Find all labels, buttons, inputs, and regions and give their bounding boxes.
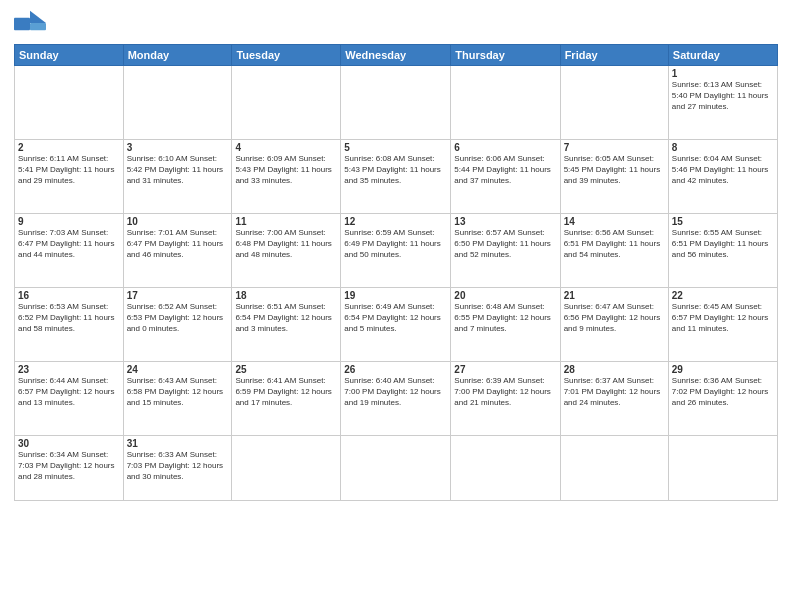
calendar-cell: 17Sunrise: 6:52 AM Sunset: 6:53 PM Dayli… [123, 288, 232, 362]
svg-rect-2 [30, 23, 46, 30]
calendar-cell [668, 436, 777, 501]
day-info: Sunrise: 6:55 AM Sunset: 6:51 PM Dayligh… [672, 228, 774, 260]
day-number: 10 [127, 216, 229, 227]
day-number: 2 [18, 142, 120, 153]
day-number: 20 [454, 290, 556, 301]
day-info: Sunrise: 6:11 AM Sunset: 5:41 PM Dayligh… [18, 154, 120, 186]
day-number: 8 [672, 142, 774, 153]
calendar-cell [15, 66, 124, 140]
calendar-cell: 18Sunrise: 6:51 AM Sunset: 6:54 PM Dayli… [232, 288, 341, 362]
day-info: Sunrise: 6:13 AM Sunset: 5:40 PM Dayligh… [672, 80, 774, 112]
calendar-cell: 30Sunrise: 6:34 AM Sunset: 7:03 PM Dayli… [15, 436, 124, 501]
day-info: Sunrise: 6:49 AM Sunset: 6:54 PM Dayligh… [344, 302, 447, 334]
calendar-cell: 2Sunrise: 6:11 AM Sunset: 5:41 PM Daylig… [15, 140, 124, 214]
day-number: 31 [127, 438, 229, 449]
day-number: 5 [344, 142, 447, 153]
calendar-cell: 9Sunrise: 7:03 AM Sunset: 6:47 PM Daylig… [15, 214, 124, 288]
day-number: 14 [564, 216, 665, 227]
weekday-header-sunday: Sunday [15, 45, 124, 66]
calendar-cell: 4Sunrise: 6:09 AM Sunset: 5:43 PM Daylig… [232, 140, 341, 214]
day-info: Sunrise: 6:43 AM Sunset: 6:58 PM Dayligh… [127, 376, 229, 408]
day-info: Sunrise: 6:45 AM Sunset: 6:57 PM Dayligh… [672, 302, 774, 334]
calendar-cell: 15Sunrise: 6:55 AM Sunset: 6:51 PM Dayli… [668, 214, 777, 288]
page: SundayMondayTuesdayWednesdayThursdayFrid… [0, 0, 792, 612]
day-number: 22 [672, 290, 774, 301]
calendar-cell: 10Sunrise: 7:01 AM Sunset: 6:47 PM Dayli… [123, 214, 232, 288]
calendar-cell [451, 66, 560, 140]
week-row-5: 23Sunrise: 6:44 AM Sunset: 6:57 PM Dayli… [15, 362, 778, 436]
day-info: Sunrise: 6:39 AM Sunset: 7:00 PM Dayligh… [454, 376, 556, 408]
day-info: Sunrise: 6:56 AM Sunset: 6:51 PM Dayligh… [564, 228, 665, 260]
calendar-cell [232, 436, 341, 501]
calendar-cell: 23Sunrise: 6:44 AM Sunset: 6:57 PM Dayli… [15, 362, 124, 436]
calendar-cell: 12Sunrise: 6:59 AM Sunset: 6:49 PM Dayli… [341, 214, 451, 288]
calendar-cell [341, 66, 451, 140]
day-number: 24 [127, 364, 229, 375]
calendar-cell: 25Sunrise: 6:41 AM Sunset: 6:59 PM Dayli… [232, 362, 341, 436]
day-info: Sunrise: 6:04 AM Sunset: 5:46 PM Dayligh… [672, 154, 774, 186]
header [14, 10, 778, 38]
day-number: 11 [235, 216, 337, 227]
day-number: 6 [454, 142, 556, 153]
day-info: Sunrise: 6:59 AM Sunset: 6:49 PM Dayligh… [344, 228, 447, 260]
day-info: Sunrise: 6:52 AM Sunset: 6:53 PM Dayligh… [127, 302, 229, 334]
week-row-2: 2Sunrise: 6:11 AM Sunset: 5:41 PM Daylig… [15, 140, 778, 214]
day-number: 15 [672, 216, 774, 227]
day-number: 9 [18, 216, 120, 227]
weekday-header-wednesday: Wednesday [341, 45, 451, 66]
day-info: Sunrise: 6:06 AM Sunset: 5:44 PM Dayligh… [454, 154, 556, 186]
calendar-cell: 20Sunrise: 6:48 AM Sunset: 6:55 PM Dayli… [451, 288, 560, 362]
calendar-cell: 11Sunrise: 7:00 AM Sunset: 6:48 PM Dayli… [232, 214, 341, 288]
calendar-cell [451, 436, 560, 501]
calendar-cell [560, 436, 668, 501]
calendar-cell: 27Sunrise: 6:39 AM Sunset: 7:00 PM Dayli… [451, 362, 560, 436]
day-number: 4 [235, 142, 337, 153]
day-info: Sunrise: 6:51 AM Sunset: 6:54 PM Dayligh… [235, 302, 337, 334]
weekday-header-friday: Friday [560, 45, 668, 66]
day-info: Sunrise: 7:01 AM Sunset: 6:47 PM Dayligh… [127, 228, 229, 260]
day-number: 27 [454, 364, 556, 375]
day-number: 17 [127, 290, 229, 301]
day-info: Sunrise: 6:37 AM Sunset: 7:01 PM Dayligh… [564, 376, 665, 408]
day-number: 12 [344, 216, 447, 227]
calendar-cell: 8Sunrise: 6:04 AM Sunset: 5:46 PM Daylig… [668, 140, 777, 214]
calendar-cell: 22Sunrise: 6:45 AM Sunset: 6:57 PM Dayli… [668, 288, 777, 362]
calendar-cell: 1Sunrise: 6:13 AM Sunset: 5:40 PM Daylig… [668, 66, 777, 140]
calendar-cell [232, 66, 341, 140]
calendar-cell: 26Sunrise: 6:40 AM Sunset: 7:00 PM Dayli… [341, 362, 451, 436]
day-number: 29 [672, 364, 774, 375]
day-number: 13 [454, 216, 556, 227]
calendar-cell: 28Sunrise: 6:37 AM Sunset: 7:01 PM Dayli… [560, 362, 668, 436]
day-number: 23 [18, 364, 120, 375]
day-info: Sunrise: 6:10 AM Sunset: 5:42 PM Dayligh… [127, 154, 229, 186]
day-number: 16 [18, 290, 120, 301]
day-info: Sunrise: 6:08 AM Sunset: 5:43 PM Dayligh… [344, 154, 447, 186]
calendar-cell [560, 66, 668, 140]
day-info: Sunrise: 6:47 AM Sunset: 6:56 PM Dayligh… [564, 302, 665, 334]
calendar-cell: 14Sunrise: 6:56 AM Sunset: 6:51 PM Dayli… [560, 214, 668, 288]
calendar-cell: 21Sunrise: 6:47 AM Sunset: 6:56 PM Dayli… [560, 288, 668, 362]
day-info: Sunrise: 6:57 AM Sunset: 6:50 PM Dayligh… [454, 228, 556, 260]
calendar-cell: 6Sunrise: 6:06 AM Sunset: 5:44 PM Daylig… [451, 140, 560, 214]
day-number: 30 [18, 438, 120, 449]
day-info: Sunrise: 6:33 AM Sunset: 7:03 PM Dayligh… [127, 450, 229, 482]
calendar-cell: 5Sunrise: 6:08 AM Sunset: 5:43 PM Daylig… [341, 140, 451, 214]
calendar-cell: 31Sunrise: 6:33 AM Sunset: 7:03 PM Dayli… [123, 436, 232, 501]
calendar-cell: 16Sunrise: 6:53 AM Sunset: 6:52 PM Dayli… [15, 288, 124, 362]
day-number: 26 [344, 364, 447, 375]
day-number: 19 [344, 290, 447, 301]
svg-marker-1 [30, 11, 46, 23]
day-number: 3 [127, 142, 229, 153]
day-info: Sunrise: 6:09 AM Sunset: 5:43 PM Dayligh… [235, 154, 337, 186]
generalblue-logo-icon [14, 10, 46, 38]
day-info: Sunrise: 7:00 AM Sunset: 6:48 PM Dayligh… [235, 228, 337, 260]
calendar-cell: 29Sunrise: 6:36 AM Sunset: 7:02 PM Dayli… [668, 362, 777, 436]
day-info: Sunrise: 6:36 AM Sunset: 7:02 PM Dayligh… [672, 376, 774, 408]
day-info: Sunrise: 6:44 AM Sunset: 6:57 PM Dayligh… [18, 376, 120, 408]
weekday-header-tuesday: Tuesday [232, 45, 341, 66]
week-row-3: 9Sunrise: 7:03 AM Sunset: 6:47 PM Daylig… [15, 214, 778, 288]
days-of-week-row: SundayMondayTuesdayWednesdayThursdayFrid… [15, 45, 778, 66]
week-row-6: 30Sunrise: 6:34 AM Sunset: 7:03 PM Dayli… [15, 436, 778, 501]
calendar-cell: 13Sunrise: 6:57 AM Sunset: 6:50 PM Dayli… [451, 214, 560, 288]
weekday-header-monday: Monday [123, 45, 232, 66]
